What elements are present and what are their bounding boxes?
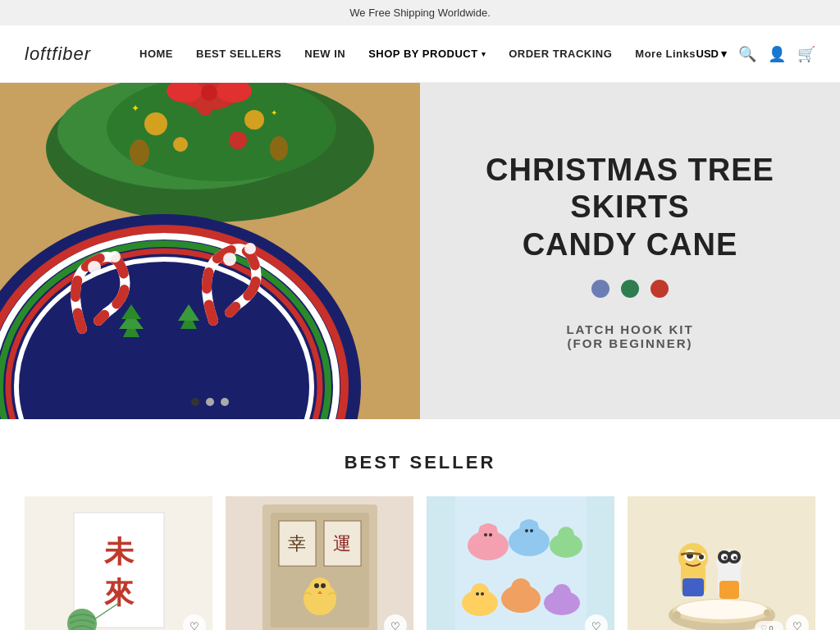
svg-point-47 — [321, 583, 326, 588]
svg-text:✦: ✦ — [131, 103, 139, 114]
svg-point-12 — [201, 84, 217, 101]
nav-best-sellers[interactable]: BEST SELLERS — [196, 48, 281, 60]
carousel-dot-2[interactable] — [206, 398, 214, 406]
wishlist-button-1[interactable]: ♡ — [183, 614, 206, 630]
products-grid: 未 來 ♡ — [25, 496, 815, 630]
svg-point-5 — [244, 110, 264, 130]
product-image-2: 幸 運 ♡ — [226, 496, 413, 630]
svg-point-91 — [724, 556, 727, 559]
svg-point-65 — [471, 583, 489, 601]
header: loftfiber HOME BEST SELLERS NEW IN SHOP … — [0, 25, 840, 83]
best-seller-section: BEST SELLER 未 來 — [0, 419, 840, 630]
svg-point-71 — [511, 578, 531, 598]
best-seller-title: BEST SELLER — [25, 452, 815, 473]
hero-banner: ✦ ✦ — [0, 83, 840, 419]
svg-point-67 — [481, 586, 487, 592]
logo[interactable]: loftfiber — [25, 43, 139, 65]
svg-point-4 — [144, 112, 167, 135]
product-card-2[interactable]: 幸 運 ♡ — [226, 496, 413, 630]
hero-product-image: ✦ ✦ — [0, 83, 420, 419]
svg-text:✦: ✦ — [271, 108, 277, 117]
svg-point-77 — [677, 600, 767, 619]
svg-point-45 — [309, 578, 331, 599]
announcement-text: We Free Shipping Worldwide. — [349, 7, 491, 19]
svg-point-31 — [244, 243, 256, 254]
svg-point-60 — [525, 529, 528, 532]
svg-point-30 — [223, 253, 236, 266]
svg-text:♡ 0: ♡ 0 — [760, 624, 774, 630]
color-option-blue[interactable] — [591, 280, 609, 298]
nav-order-tracking[interactable]: ORDER TRACKING — [509, 48, 612, 60]
hero-title: CHRISTMAS TREE SKIRTS CANDY CANE — [445, 152, 815, 264]
svg-text:來: 來 — [104, 576, 135, 609]
svg-point-14 — [270, 136, 288, 161]
product-card-4[interactable]: ♡ 0 ♡ — [628, 496, 815, 630]
svg-point-92 — [733, 556, 737, 559]
product-image-4: ♡ 0 ♡ — [628, 496, 815, 630]
svg-rect-93 — [719, 581, 739, 599]
product-image-3: ♡ — [427, 496, 614, 630]
currency-label: USD — [696, 48, 719, 60]
svg-point-52 — [479, 525, 487, 533]
product-image-1: 未 來 ♡ — [25, 496, 212, 630]
svg-point-29 — [109, 251, 121, 262]
carousel-dots — [191, 398, 229, 406]
currency-arrow: ▾ — [721, 48, 727, 60]
svg-text:運: 運 — [333, 533, 351, 554]
svg-point-58 — [520, 521, 528, 529]
nav-home[interactable]: HOME — [139, 48, 173, 60]
color-options — [591, 280, 669, 298]
hero-content: CHRISTMAS TREE SKIRTS CANDY CANE LATCH H… — [420, 83, 840, 419]
shop-by-product-dropdown-arrow: ▾ — [482, 50, 486, 58]
svg-point-53 — [489, 525, 497, 533]
currency-selector[interactable]: USD ▾ — [696, 48, 727, 60]
svg-text:未: 未 — [103, 535, 135, 568]
carousel-dot-1[interactable] — [191, 398, 199, 406]
svg-point-7 — [173, 137, 188, 152]
svg-point-68 — [476, 592, 479, 596]
nav-new-in[interactable]: NEW IN — [304, 48, 345, 60]
header-icons: USD ▾ 🔍 👤 🛒 — [696, 45, 815, 63]
nav-shop-by-product[interactable]: SHOP BY PRODUCT ▾ — [368, 48, 486, 60]
svg-text:幸: 幸 — [288, 533, 306, 554]
nav-more-links[interactable]: More Links — [635, 48, 696, 60]
product-card-1[interactable]: 未 來 ♡ — [25, 496, 212, 630]
svg-rect-80 — [682, 578, 704, 596]
svg-point-59 — [530, 521, 538, 529]
color-option-green[interactable] — [621, 280, 639, 298]
product-card-3[interactable]: ♡ — [427, 496, 614, 630]
svg-point-66 — [472, 586, 479, 592]
carousel-dot-3[interactable] — [221, 398, 229, 406]
svg-point-8 — [229, 131, 247, 149]
svg-point-55 — [489, 533, 492, 536]
announcement-bar: We Free Shipping Worldwide. — [0, 0, 840, 25]
svg-point-95 — [764, 609, 770, 616]
color-option-red[interactable] — [651, 280, 669, 298]
svg-point-13 — [130, 139, 149, 166]
search-icon: 🔍 — [738, 45, 756, 63]
main-nav: HOME BEST SELLERS NEW IN SHOP BY PRODUCT… — [139, 48, 696, 60]
svg-point-28 — [88, 261, 101, 274]
svg-point-54 — [484, 533, 487, 536]
cart-icon: 🛒 — [797, 45, 815, 63]
svg-point-73 — [553, 584, 571, 602]
wishlist-button-3[interactable]: ♡ — [585, 614, 608, 630]
wishlist-button-4[interactable]: ♡ — [786, 614, 809, 630]
hero-subtitle: LATCH HOOK KIT (FOR BEGINNER) — [566, 322, 693, 350]
cart-button[interactable]: 🛒 — [797, 45, 815, 63]
svg-point-63 — [558, 527, 574, 543]
svg-point-94 — [673, 611, 681, 619]
wishlist-button-2[interactable]: ♡ — [384, 614, 407, 630]
svg-point-69 — [481, 592, 484, 596]
account-icon: 👤 — [768, 45, 786, 63]
account-button[interactable]: 👤 — [768, 45, 786, 63]
svg-point-46 — [314, 583, 319, 588]
svg-point-61 — [530, 529, 533, 532]
search-button[interactable]: 🔍 — [738, 45, 756, 63]
